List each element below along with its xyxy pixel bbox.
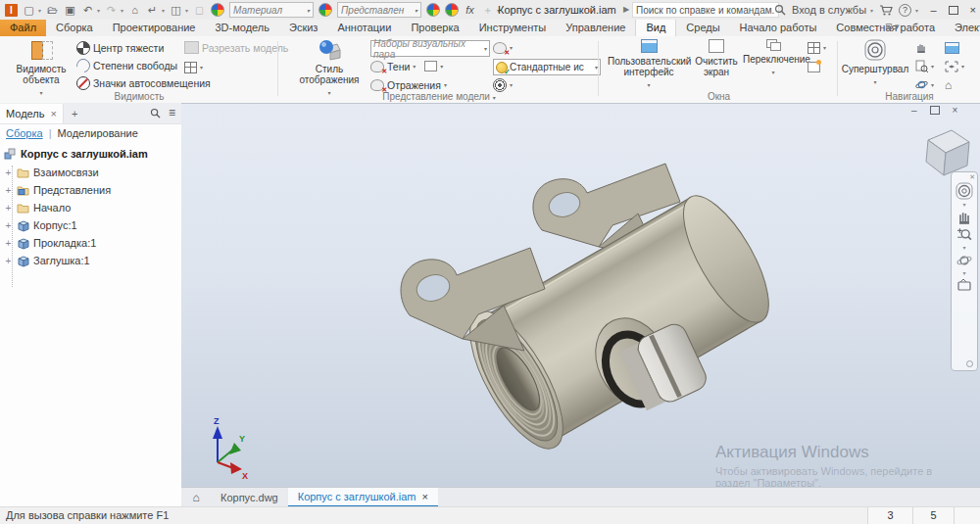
browser-tab-model[interactable]: Модель × <box>0 104 64 123</box>
chevron-down-icon[interactable]: ▾ <box>121 7 123 14</box>
expand-icon[interactable]: + <box>4 238 13 249</box>
graphics-viewport[interactable]: Z Y X – × ✕ <box>181 103 980 487</box>
restore-button[interactable] <box>949 6 958 15</box>
tab-view[interactable]: Вид <box>635 20 676 36</box>
tree-node-origin[interactable]: + Начало <box>4 200 71 215</box>
tab-file[interactable]: Файл <box>0 20 46 36</box>
new-document-icon[interactable]: ▢ <box>23 4 35 17</box>
return-icon[interactable]: ↵ <box>146 4 159 17</box>
ribbon-display-toggle[interactable]: ⊡ ▾ <box>885 22 900 31</box>
chevron-down-icon[interactable]: ▾ <box>162 7 165 14</box>
tree-node-korpus[interactable]: + Корпус:1 <box>4 217 77 233</box>
tree-node-representations[interactable]: + Представления <box>4 182 111 198</box>
tab-annotate[interactable]: Аннотации <box>327 20 401 36</box>
doc-tab-korpus-s-zaglushkoy[interactable]: Корпус с заглушкой.iam × <box>288 488 438 507</box>
steering-wheel-button[interactable]: Суперштурвал ▾ <box>841 39 909 86</box>
look-at-icon[interactable] <box>956 278 972 292</box>
doc-minimize-button[interactable]: – <box>911 105 917 116</box>
zoom-button[interactable]: ▾ <box>915 59 934 73</box>
visual-style-button[interactable]: Стиль отображения ▾ <box>297 39 362 97</box>
section-views-button[interactable]: ▾ <box>184 60 203 74</box>
chevron-down-icon[interactable]: ▾ <box>185 7 188 14</box>
zoom-fit-button[interactable]: ▾ <box>945 59 964 73</box>
zoom-icon[interactable] <box>956 227 972 243</box>
subtab-assembly[interactable]: Сборка <box>6 127 43 139</box>
tab-assembly[interactable]: Сборка <box>46 20 103 36</box>
chevron-down-icon[interactable]: ▾ <box>440 63 443 70</box>
redo-icon[interactable]: ↷ <box>105 4 118 17</box>
shadows-button[interactable]: Тени ▾ ▾ <box>370 59 443 73</box>
add-browser-tab-button[interactable]: + <box>72 108 77 119</box>
browser-menu-icon[interactable]: ≡ <box>169 106 175 119</box>
home-tab-icon[interactable]: ⌂ <box>181 488 211 507</box>
full-navigation-button[interactable] <box>945 40 959 55</box>
reflections-button[interactable]: Отражения ▾ <box>370 77 447 92</box>
tree-node-prokladka[interactable]: + Прокладка:1 <box>4 235 96 251</box>
user-interface-button[interactable]: Пользовательский интерфейс ▾ <box>608 39 690 89</box>
doc-restore-button[interactable] <box>930 106 940 115</box>
home-icon[interactable]: ⌂ <box>128 4 141 17</box>
chevron-down-icon[interactable]: ▾ <box>915 7 918 14</box>
search-icon[interactable] <box>774 4 786 16</box>
close-icon[interactable]: × <box>421 491 427 502</box>
new-window-button[interactable] <box>808 60 820 74</box>
chevron-down-icon[interactable]: ▾ <box>870 7 873 14</box>
minimize-button[interactable]: – <box>930 4 936 16</box>
search-icon[interactable] <box>150 108 161 119</box>
expand-icon[interactable]: + <box>4 203 13 214</box>
full-navigation-wheel-icon[interactable] <box>956 182 973 200</box>
pan-hand-icon[interactable] <box>956 210 972 225</box>
panel-expand-icon[interactable]: ▾ <box>493 95 496 101</box>
cart-icon[interactable] <box>879 5 893 16</box>
doc-tab-korpus-dwg[interactable]: Корпус.dwg <box>211 488 288 507</box>
textures-button[interactable]: ▾ <box>493 77 513 92</box>
chevron-down-icon[interactable]: ▾ <box>38 7 41 14</box>
expand-icon[interactable]: + <box>4 185 13 196</box>
close-icon[interactable]: × <box>50 108 56 119</box>
material-box-icon[interactable]: ◫ <box>170 4 182 17</box>
material-combo[interactable]: Материал▾ <box>229 2 314 18</box>
tab-get-started[interactable]: Начало работы <box>730 20 827 36</box>
clean-screen-button[interactable]: Очистить экран <box>692 39 741 77</box>
representation-combo[interactable]: Представлен▾ <box>337 2 421 18</box>
assembly-model[interactable]: Z Y X <box>181 103 980 487</box>
open-icon[interactable]: 🗁 <box>46 4 59 17</box>
tab-design[interactable]: Проектирование <box>103 20 206 36</box>
chevron-down-icon[interactable]: ▾ <box>962 245 965 251</box>
tree-root-node[interactable]: Корпус с заглушкой.iam <box>4 146 148 162</box>
search-input[interactable] <box>632 2 779 18</box>
navbar-handle-icon[interactable] <box>966 360 973 367</box>
tab-manage[interactable]: Управление <box>556 20 635 36</box>
doc-close-button[interactable]: × <box>953 105 958 116</box>
tile-windows-button[interactable]: ▾ <box>808 40 826 55</box>
ground-plane-button[interactable]: ▾ <box>493 40 513 55</box>
parameters-fx-icon[interactable]: fx <box>464 4 476 17</box>
tab-tools[interactable]: Инструменты <box>469 20 557 36</box>
object-visibility-button[interactable]: Видимость объекта ▾ <box>12 39 71 97</box>
expand-icon[interactable]: + <box>4 256 13 266</box>
orbit-button[interactable]: ▾ <box>915 77 934 92</box>
tab-3d-model[interactable]: 3D-модель <box>206 20 279 36</box>
appearance-clear-icon[interactable] <box>445 3 459 17</box>
tab-electromechanical[interactable]: Электромеханический проект <box>945 20 980 36</box>
visual-styles-combo[interactable]: Наборы визуальных пара ▾ <box>370 40 490 57</box>
appearance-wheel-icon[interactable] <box>211 3 224 17</box>
appearance-add-icon[interactable] <box>426 3 440 17</box>
tab-environments[interactable]: Среды <box>676 20 729 36</box>
degrees-of-freedom-button[interactable]: Степени свободы <box>76 58 177 72</box>
home-view-button[interactable]: ⌂ <box>945 77 952 92</box>
expand-icon[interactable]: + <box>4 167 13 178</box>
navigation-bar[interactable]: ✕ ▾ ▾ ▾ <box>951 171 978 371</box>
navbar-close-icon[interactable]: ✕ <box>969 173 975 181</box>
appearance-wheel-icon[interactable] <box>318 3 332 17</box>
tree-node-relationships[interactable]: + Взаимосвязи <box>4 165 99 180</box>
undo-icon[interactable]: ↶ <box>81 4 94 17</box>
ground-box-icon[interactable] <box>424 61 437 71</box>
expand-icon[interactable]: + <box>4 220 13 231</box>
tab-inspect[interactable]: Проверка <box>401 20 468 36</box>
help-icon[interactable]: ? <box>899 4 911 17</box>
chevron-down-icon[interactable]: ▾ <box>97 7 100 14</box>
lights-combo[interactable]: Стандартные ис ▾ <box>493 59 601 75</box>
chevron-down-icon[interactable]: ▾ <box>962 202 965 208</box>
chevron-down-icon[interactable]: ▾ <box>962 270 965 276</box>
